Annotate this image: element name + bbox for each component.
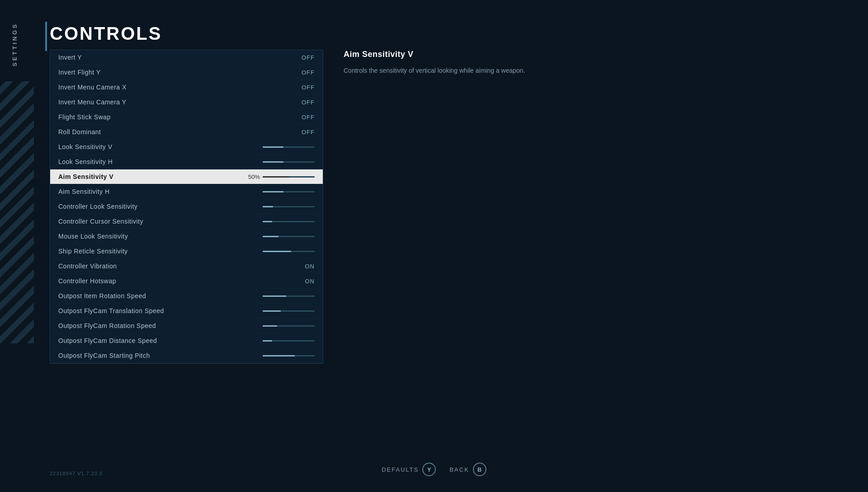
item-label-invert-menu-camera-x: Invert Menu Camera X: [58, 84, 127, 91]
item-label-outpost-flycam-distance-speed: Outpost FlyCam Distance Speed: [58, 337, 157, 344]
version-text: 22318947 V1.7.23.0: [50, 471, 103, 476]
item-label-controller-cursor-sensitivity: Controller Cursor Sensitivity: [58, 218, 143, 225]
settings-item-controller-cursor-sensitivity[interactable]: Controller Cursor Sensitivity: [50, 214, 323, 229]
item-label-flight-stick-swap: Flight Stick Swap: [58, 113, 111, 121]
bottom-action-defaults[interactable]: DEFAULTSY: [382, 463, 436, 476]
item-label-outpost-flycam-starting-pitch: Outpost FlyCam Starting Pitch: [58, 352, 150, 359]
slider-track-outpost-flycam-starting-pitch[interactable]: [263, 355, 315, 356]
slider-track-outpost-flycam-rotation-speed[interactable]: [263, 325, 315, 327]
slider-container-look-sensitivity-h[interactable]: [256, 161, 315, 163]
settings-item-look-sensitivity-h[interactable]: Look Sensitivity H: [50, 155, 323, 169]
slider-track-aim-sensitivity-v[interactable]: [263, 176, 315, 178]
item-label-invert-menu-camera-y: Invert Menu Camera Y: [58, 98, 127, 106]
settings-panel: Invert YOFFInvert Flight YOFFInvert Menu…: [50, 50, 323, 364]
item-label-aim-sensitivity-v: Aim Sensitivity V: [58, 173, 113, 180]
item-label-outpost-flycam-rotation-speed: Outpost FlyCam Rotation Speed: [58, 322, 156, 329]
item-label-outpost-flycam-translation-speed: Outpost FlyCam Translation Speed: [58, 307, 164, 314]
settings-sidebar-label: SETTINGS: [11, 23, 18, 66]
item-value-roll-dominant: OFF: [278, 129, 315, 136]
item-label-controller-hotswap: Controller Hotswap: [58, 277, 116, 285]
item-value-invert-menu-camera-x: OFF: [278, 84, 315, 91]
slider-fill-outpost-flycam-distance-speed: [263, 340, 272, 342]
slider-container-outpost-flycam-translation-speed[interactable]: [256, 310, 315, 312]
slider-fill-aim-sensitivity-h: [263, 191, 283, 192]
item-label-outpost-item-rotation-speed: Outpost Item Rotation Speed: [58, 292, 146, 300]
slider-fill-outpost-flycam-rotation-speed: [263, 325, 277, 327]
slider-container-outpost-flycam-starting-pitch[interactable]: [256, 355, 315, 356]
slider-track-outpost-item-rotation-speed[interactable]: [263, 295, 315, 297]
settings-item-invert-menu-camera-y[interactable]: Invert Menu Camera YOFF: [50, 95, 323, 110]
item-label-controller-vibration: Controller Vibration: [58, 262, 117, 270]
slider-fill-look-sensitivity-h: [263, 161, 283, 163]
item-value-invert-menu-camera-y: OFF: [278, 99, 315, 106]
slider-label-aim-sensitivity-v: 50%: [246, 173, 260, 180]
bottom-action-label-back: BACK: [449, 466, 469, 473]
item-label-invert-flight-y: Invert Flight Y: [58, 69, 101, 76]
slider-track-outpost-flycam-distance-speed[interactable]: [263, 340, 315, 342]
slider-fill-controller-look-sensitivity: [263, 206, 273, 207]
settings-item-controller-look-sensitivity[interactable]: Controller Look Sensitivity: [50, 199, 323, 214]
item-value-controller-vibration: ON: [278, 263, 315, 270]
settings-item-outpost-flycam-rotation-speed[interactable]: Outpost FlyCam Rotation Speed: [50, 319, 323, 333]
settings-item-aim-sensitivity-v[interactable]: Aim Sensitivity V50%: [50, 169, 323, 184]
slider-track-look-sensitivity-h[interactable]: [263, 161, 315, 163]
slider-track-controller-cursor-sensitivity[interactable]: [263, 221, 315, 222]
info-title: Aim Sensitivity V: [344, 50, 561, 59]
slider-container-look-sensitivity-v[interactable]: [256, 146, 315, 148]
slider-container-aim-sensitivity-h[interactable]: [256, 191, 315, 192]
item-label-look-sensitivity-h: Look Sensitivity H: [58, 158, 113, 165]
slider-fill-outpost-flycam-translation-speed: [263, 310, 281, 312]
action-btn-defaults[interactable]: Y: [422, 463, 436, 476]
slider-track-mouse-look-sensitivity[interactable]: [263, 236, 315, 237]
settings-item-ship-reticle-sensitivity[interactable]: Ship Reticle Sensitivity: [50, 244, 323, 259]
slider-fill-ship-reticle-sensitivity: [263, 251, 291, 252]
slider-fill-outpost-flycam-starting-pitch: [263, 355, 295, 356]
settings-item-invert-menu-camera-x[interactable]: Invert Menu Camera XOFF: [50, 80, 323, 95]
settings-item-invert-flight-y[interactable]: Invert Flight YOFF: [50, 65, 323, 80]
settings-item-roll-dominant[interactable]: Roll DominantOFF: [50, 125, 323, 140]
slider-container-controller-cursor-sensitivity[interactable]: [256, 221, 315, 222]
slider-track-ship-reticle-sensitivity[interactable]: [263, 251, 315, 252]
slider-track-outpost-flycam-translation-speed[interactable]: [263, 310, 315, 312]
settings-item-outpost-item-rotation-speed[interactable]: Outpost Item Rotation Speed: [50, 289, 323, 304]
title-accent-bar: [45, 22, 47, 51]
item-value-invert-flight-y: OFF: [278, 69, 315, 76]
decorative-stripes: [0, 81, 34, 343]
item-label-mouse-look-sensitivity: Mouse Look Sensitivity: [58, 233, 128, 240]
slider-track-aim-sensitivity-h[interactable]: [263, 191, 315, 192]
slider-container-outpost-flycam-distance-speed[interactable]: [256, 340, 315, 342]
slider-fill-look-sensitivity-v: [263, 146, 283, 148]
slider-fill-mouse-look-sensitivity: [263, 236, 278, 237]
settings-item-controller-hotswap[interactable]: Controller HotswapON: [50, 274, 323, 289]
item-value-controller-hotswap: ON: [278, 278, 315, 285]
item-value-flight-stick-swap: OFF: [278, 114, 315, 121]
bottom-action-label-defaults: DEFAULTS: [382, 466, 419, 473]
settings-item-mouse-look-sensitivity[interactable]: Mouse Look Sensitivity: [50, 229, 323, 244]
slider-track-controller-look-sensitivity[interactable]: [263, 206, 315, 207]
item-value-invert-y: OFF: [278, 54, 315, 61]
action-btn-back[interactable]: B: [473, 463, 486, 476]
item-label-ship-reticle-sensitivity: Ship Reticle Sensitivity: [58, 248, 128, 255]
settings-item-outpost-flycam-starting-pitch[interactable]: Outpost FlyCam Starting Pitch: [50, 348, 323, 363]
settings-item-aim-sensitivity-h[interactable]: Aim Sensitivity H: [50, 184, 323, 199]
settings-item-outpost-flycam-distance-speed[interactable]: Outpost FlyCam Distance Speed: [50, 333, 323, 348]
slider-fill-outpost-item-rotation-speed: [263, 295, 286, 297]
settings-item-look-sensitivity-v[interactable]: Look Sensitivity V: [50, 140, 323, 155]
slider-container-controller-look-sensitivity[interactable]: [256, 206, 315, 207]
bottom-bar: DEFAULTSYBACKB: [0, 463, 868, 476]
item-label-look-sensitivity-v: Look Sensitivity V: [58, 143, 113, 150]
slider-container-aim-sensitivity-v[interactable]: 50%: [246, 173, 315, 180]
settings-item-outpost-flycam-translation-speed[interactable]: Outpost FlyCam Translation Speed: [50, 304, 323, 319]
item-label-roll-dominant: Roll Dominant: [58, 128, 101, 136]
info-panel: Aim Sensitivity V Controls the sensitivi…: [344, 50, 561, 75]
settings-item-invert-y[interactable]: Invert YOFF: [50, 50, 323, 65]
slider-track-look-sensitivity-v[interactable]: [263, 146, 315, 148]
settings-item-flight-stick-swap[interactable]: Flight Stick SwapOFF: [50, 110, 323, 125]
slider-container-ship-reticle-sensitivity[interactable]: [256, 251, 315, 252]
item-label-invert-y: Invert Y: [58, 54, 82, 61]
slider-container-outpost-flycam-rotation-speed[interactable]: [256, 325, 315, 327]
slider-container-mouse-look-sensitivity[interactable]: [256, 236, 315, 237]
bottom-action-back[interactable]: BACKB: [449, 463, 486, 476]
slider-container-outpost-item-rotation-speed[interactable]: [256, 295, 315, 297]
settings-item-controller-vibration[interactable]: Controller VibrationON: [50, 259, 323, 274]
